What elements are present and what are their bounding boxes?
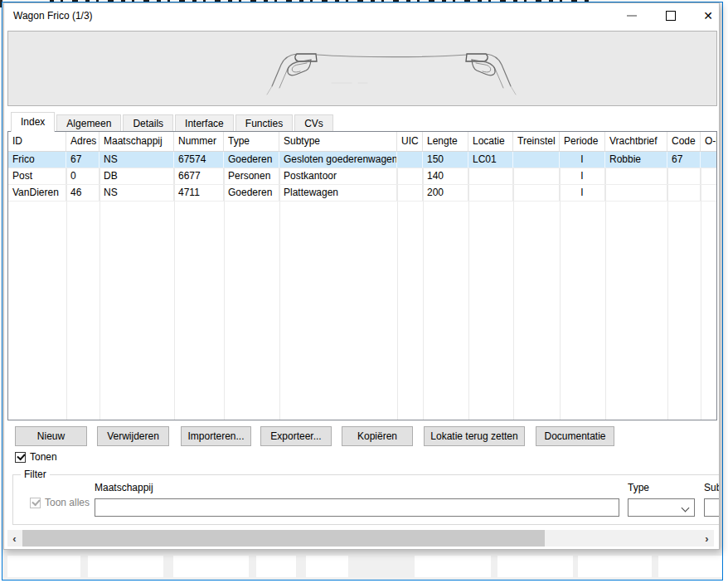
table-row[interactable]: Frico67NS67574GoederenGesloten goederenw… bbox=[8, 152, 716, 168]
scrollbar-thumb[interactable] bbox=[22, 530, 545, 547]
button-kopiëren[interactable]: Kopiëren bbox=[342, 426, 413, 446]
column-header-periode[interactable]: Periode bbox=[560, 132, 605, 151]
table-cell: Goederen bbox=[224, 152, 279, 168]
tab-bar: IndexAlgemeenDetailsInterfaceFunctiesCVs bbox=[11, 111, 335, 132]
column-header-o-d[interactable]: O-D bbox=[701, 132, 717, 151]
table-cell bbox=[397, 168, 423, 184]
check-icon bbox=[15, 452, 26, 463]
type-label: Type bbox=[628, 482, 649, 493]
table-cell: 67 bbox=[667, 152, 701, 168]
table-cell: DB bbox=[99, 168, 174, 184]
column-header-uic[interactable]: UIC bbox=[397, 132, 423, 151]
chevron-left-icon[interactable]: ‹ bbox=[7, 530, 22, 547]
table-cell: I bbox=[560, 185, 605, 201]
table-header-row: IDAdresMaatschappijNummerTypeSubtypeUICL… bbox=[8, 132, 716, 152]
column-header-id[interactable]: ID bbox=[8, 132, 66, 151]
check-icon bbox=[30, 498, 41, 508]
tab-interface[interactable]: Interface bbox=[175, 114, 234, 132]
tab-functies[interactable]: Functies bbox=[235, 114, 293, 132]
table-row[interactable]: Post0DB6677PersonenPostkantoor140I bbox=[8, 168, 716, 185]
background-panel bbox=[497, 556, 573, 577]
table-cell: Goederen bbox=[224, 185, 279, 201]
table-cell: 4711 bbox=[174, 185, 224, 201]
minimize-icon bbox=[627, 15, 637, 17]
background-panel bbox=[88, 556, 163, 577]
column-header-nummer[interactable]: Nummer bbox=[174, 132, 224, 151]
table-cell: Gesloten goederenwagen bbox=[279, 152, 397, 168]
titlebar[interactable]: Wagon Frico (1/3) ✕ bbox=[4, 3, 719, 28]
table-cell: Plattewagen bbox=[279, 185, 397, 201]
table-cell: Postkantoor bbox=[279, 168, 397, 184]
table-row[interactable]: VanDieren46NS4711GoederenPlattewagen200I bbox=[8, 185, 716, 202]
button-documentatie[interactable]: Documentatie bbox=[536, 426, 614, 446]
chevron-down-icon bbox=[682, 504, 690, 513]
background-panel bbox=[306, 556, 348, 577]
table-cell: 140 bbox=[423, 168, 468, 184]
background-panel bbox=[173, 556, 249, 577]
table-cell bbox=[397, 185, 423, 201]
column-header-lengte[interactable]: Lengte bbox=[423, 132, 468, 151]
column-header-maatschappij[interactable]: Maatschappij bbox=[99, 132, 174, 151]
table-cell bbox=[397, 152, 423, 168]
table-cell: 0 bbox=[66, 168, 99, 184]
type-dropdown[interactable] bbox=[628, 498, 695, 517]
background-panel bbox=[578, 556, 652, 577]
button-exporteer[interactable]: Exporteer... bbox=[260, 426, 332, 446]
table-cell bbox=[468, 185, 513, 201]
tab-cvs[interactable]: CVs bbox=[294, 114, 333, 132]
column-header-code[interactable]: Code bbox=[667, 132, 701, 151]
table-cell bbox=[667, 168, 701, 184]
column-header-subtype[interactable]: Subtype bbox=[279, 132, 397, 151]
column-header-vrachtbrief[interactable]: Vrachtbrief bbox=[605, 132, 667, 151]
button-importeren[interactable]: Importeren... bbox=[181, 426, 251, 446]
column-header-locatie[interactable]: Locatie bbox=[468, 132, 513, 151]
table-cell: 200 bbox=[423, 185, 468, 201]
chevron-right-icon[interactable]: › bbox=[700, 530, 714, 547]
table-cell: I bbox=[560, 152, 605, 168]
table-cell: LC01 bbox=[468, 152, 513, 168]
button-nieuw[interactable]: Nieuw bbox=[15, 426, 87, 446]
background-panel bbox=[256, 556, 296, 577]
toon-alles-checkbox[interactable]: Toon alles bbox=[30, 497, 90, 508]
wagon-dialog: Wagon Frico (1/3) ✕ bbox=[3, 2, 720, 550]
table-cell bbox=[513, 152, 560, 168]
window-title: Wagon Frico (1/3) bbox=[13, 3, 93, 28]
table-cell: 46 bbox=[66, 185, 99, 201]
filter-group-label: Filter bbox=[21, 469, 50, 480]
tab-algemeen[interactable]: Algemeen bbox=[56, 114, 121, 132]
column-header-treinstel[interactable]: Treinstel bbox=[513, 132, 560, 151]
close-icon: ✕ bbox=[703, 10, 713, 22]
toon-alles-label: Toon alles bbox=[45, 497, 90, 508]
table-cell bbox=[513, 185, 560, 201]
wagon-table: IDAdresMaatschappijNummerTypeSubtypeUICL… bbox=[7, 131, 717, 420]
table-cell: Frico bbox=[8, 152, 66, 168]
table-cell bbox=[667, 185, 701, 201]
maatschappij-input[interactable] bbox=[95, 498, 619, 517]
subtype-label: Subtype bbox=[704, 482, 720, 493]
background-panel bbox=[658, 556, 723, 577]
table-cell bbox=[701, 168, 717, 184]
button-verwijderen[interactable]: Verwijderen bbox=[97, 426, 169, 446]
table-cell: 67574 bbox=[174, 152, 224, 168]
maatschappij-label: Maatschappij bbox=[95, 482, 153, 493]
tab-details[interactable]: Details bbox=[123, 114, 173, 132]
button-lokatie-terug-zetten[interactable]: Lokatie terug zetten bbox=[424, 426, 525, 446]
column-header-type[interactable]: Type bbox=[224, 132, 279, 151]
tonen-checkbox[interactable]: Tonen bbox=[15, 451, 57, 463]
table-cell bbox=[605, 185, 667, 201]
horizontal-scrollbar[interactable]: ‹ › bbox=[7, 530, 714, 547]
table-cell: VanDieren bbox=[8, 185, 66, 201]
subtype-input[interactable] bbox=[704, 498, 720, 517]
close-button[interactable]: ✕ bbox=[689, 3, 720, 28]
wagon-image-panel bbox=[7, 31, 717, 106]
table-cell: 150 bbox=[423, 152, 468, 168]
tab-index[interactable]: Index bbox=[11, 112, 55, 132]
table-cell bbox=[513, 168, 560, 184]
column-header-adres[interactable]: Adres bbox=[66, 132, 99, 151]
minimize-button[interactable] bbox=[613, 3, 651, 28]
table-cell bbox=[701, 185, 717, 201]
background-panel bbox=[7, 556, 80, 577]
maximize-button[interactable] bbox=[652, 3, 690, 28]
table-grid: IDAdresMaatschappijNummerTypeSubtypeUICL… bbox=[8, 132, 716, 420]
wagon-line-drawing bbox=[8, 32, 716, 105]
